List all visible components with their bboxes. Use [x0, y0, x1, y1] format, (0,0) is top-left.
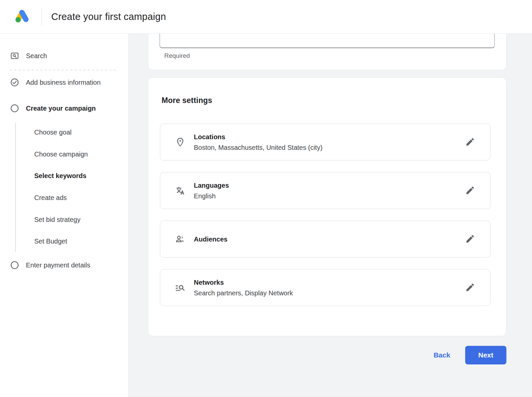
next-button[interactable]: Next [465, 346, 506, 364]
sidebar-item-label: Enter payment details [26, 261, 90, 269]
back-button[interactable]: Back [429, 346, 455, 364]
substep-set-budget[interactable]: Set Budget [34, 236, 67, 246]
search-list-icon [175, 282, 186, 293]
more-settings-title: More settings [162, 96, 212, 105]
sidebar-item-add-business-information[interactable]: Add business information [10, 78, 101, 87]
pencil-icon [465, 185, 475, 195]
settings-rows: Locations Boston, Massachusetts, United … [160, 124, 490, 318]
settings-row-languages[interactable]: Languages English [160, 172, 490, 209]
substep-choose-goal[interactable]: Choose goal [34, 127, 71, 137]
keywords-card: Required [148, 34, 506, 70]
page-title: Create your first campaign [51, 11, 166, 22]
substep-set-bid-strategy[interactable]: Set bid strategy [34, 215, 80, 225]
check-circle-icon [10, 78, 19, 87]
row-subtitle: Search partners, Display Network [194, 288, 293, 298]
settings-row-locations[interactable]: Locations Boston, Massachusetts, United … [160, 124, 490, 160]
stepper-sidebar: Search Add business information Create y… [0, 34, 128, 397]
people-icon [175, 234, 186, 245]
sidebar-item-label: Add business information [26, 79, 101, 86]
location-pin-icon [175, 137, 186, 148]
pencil-icon [465, 282, 475, 292]
row-title: Audiences [194, 234, 227, 245]
more-settings-card: More settings Locations Boston, Massachu… [148, 77, 506, 336]
edit-languages-button[interactable] [465, 185, 475, 196]
row-subtitle: Boston, Massachusetts, United States (ci… [194, 142, 323, 153]
sidebar-item-search: Search [10, 51, 47, 60]
settings-row-networks[interactable]: Networks Search partners, Display Networ… [160, 269, 490, 306]
radio-circle-icon [10, 104, 19, 113]
substep-connector-line [15, 123, 16, 252]
translate-icon [175, 185, 186, 196]
app-header: Create your first campaign [0, 0, 532, 34]
search-page-icon [10, 51, 19, 60]
sidebar-dashed-divider [10, 70, 118, 70]
substep-select-keywords[interactable]: Select keywords [34, 171, 86, 181]
radio-circle-icon [10, 260, 19, 270]
pencil-icon [465, 137, 475, 147]
sidebar-item-enter-payment-details[interactable]: Enter payment details [10, 260, 90, 270]
substep-choose-campaign[interactable]: Choose campaign [34, 149, 88, 159]
keywords-input[interactable] [160, 34, 495, 48]
row-title: Locations [194, 132, 323, 142]
google-ads-logo-icon [15, 9, 31, 25]
edit-networks-button[interactable] [465, 282, 475, 293]
edit-locations-button[interactable] [465, 137, 475, 148]
settings-row-audiences[interactable]: Audiences [160, 221, 490, 257]
sidebar-item-label: Create your campaign [26, 105, 96, 112]
row-title: Languages [194, 180, 229, 191]
sidebar-item-create-your-campaign[interactable]: Create your campaign [10, 104, 96, 113]
required-helper-text: Required [164, 52, 190, 59]
header-divider [42, 7, 42, 26]
main-content: Required More settings Locations Boston,… [128, 34, 532, 397]
row-subtitle: English [194, 191, 229, 201]
substep-create-ads[interactable]: Create ads [34, 193, 67, 203]
pencil-icon [465, 234, 475, 244]
row-title: Networks [194, 277, 293, 288]
edit-audiences-button[interactable] [465, 234, 475, 245]
sidebar-item-label: Search [26, 52, 47, 60]
